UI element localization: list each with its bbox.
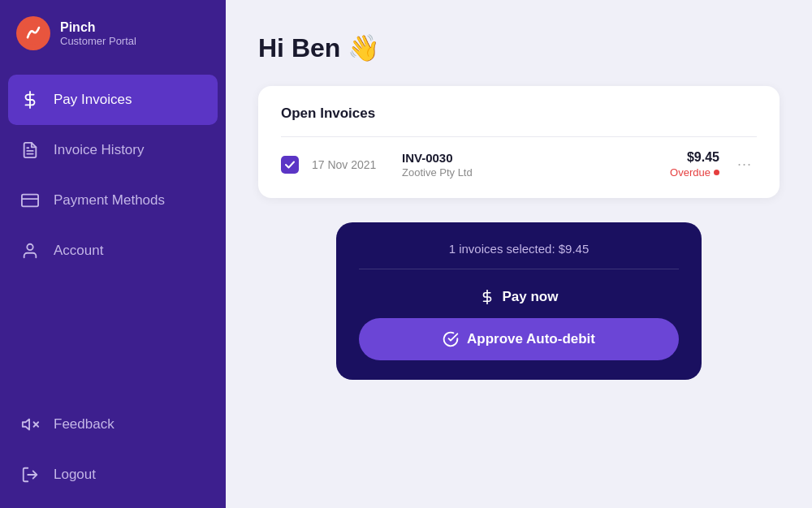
check-circle-icon <box>443 331 459 347</box>
svg-rect-4 <box>22 195 38 207</box>
invoice-info: INV-0030 Zootive Pty Ltd <box>402 151 657 179</box>
invoice-history-label: Invoice History <box>54 142 144 158</box>
invoice-company: Zootive Pty Ltd <box>402 166 657 179</box>
brand-name: Pinch <box>60 19 136 35</box>
greeting: Hi Ben 👋 <box>258 32 780 63</box>
invoice-status: Overdue <box>670 166 719 179</box>
logout-icon <box>19 464 41 485</box>
sidebar-item-payment-methods[interactable]: Payment Methods <box>0 175 226 226</box>
invoice-row: 17 Nov 2021 INV-0030 Zootive Pty Ltd $9.… <box>281 150 757 179</box>
invoice-id: INV-0030 <box>402 151 657 165</box>
dollar-icon <box>19 89 41 110</box>
pay-invoices-label: Pay Invoices <box>54 92 132 108</box>
feedback-icon <box>19 414 41 435</box>
pay-now-button[interactable]: Pay now <box>359 284 679 318</box>
approve-auto-debit-button[interactable]: Approve Auto-debit <box>359 318 679 360</box>
status-dot <box>714 170 719 175</box>
account-icon <box>19 240 41 261</box>
invoice-icon <box>19 140 41 161</box>
svg-point-6 <box>27 244 32 250</box>
invoice-checkbox[interactable] <box>281 156 299 174</box>
brand: Pinch Customer Portal <box>60 19 136 47</box>
invoice-date: 17 Nov 2021 <box>312 158 389 171</box>
payment-summary: 1 invoices selected: $9.45 <box>359 242 679 256</box>
overdue-label: Overdue <box>670 166 710 179</box>
account-label: Account <box>54 243 103 259</box>
approve-label: Approve Auto-debit <box>467 331 595 347</box>
svg-marker-7 <box>23 420 29 430</box>
dollar-sign-icon <box>480 290 495 304</box>
sidebar-item-logout[interactable]: Logout <box>0 450 226 500</box>
open-invoices-title: Open Invoices <box>281 105 757 122</box>
invoice-amount-col: $9.45 Overdue <box>670 150 719 179</box>
payment-methods-label: Payment Methods <box>54 192 165 209</box>
invoices-card: Open Invoices 17 Nov 2021 INV-0030 Zooti… <box>258 86 780 198</box>
logo-icon <box>16 16 50 50</box>
sidebar-header: Pinch Customer Portal <box>0 0 226 67</box>
logout-label: Logout <box>54 467 96 483</box>
sidebar-item-pay-invoices[interactable]: Pay Invoices <box>8 75 218 125</box>
sidebar-item-invoice-history[interactable]: Invoice History <box>0 125 226 175</box>
sidebar-item-account[interactable]: Account <box>0 226 226 276</box>
main-content: Hi Ben 👋 Open Invoices 17 Nov 2021 INV-0… <box>226 0 812 508</box>
more-options-button[interactable]: ··· <box>732 153 757 176</box>
pay-now-label: Pay now <box>503 289 559 305</box>
payment-panel: 1 invoices selected: $9.45 Pay now Appro… <box>336 222 702 380</box>
card-divider <box>281 136 757 137</box>
payment-divider <box>359 269 679 269</box>
card-icon <box>19 190 41 211</box>
svg-point-0 <box>22 22 45 45</box>
sidebar-nav: Pay Invoices Invoice History <box>0 67 226 508</box>
sidebar: Pinch Customer Portal Pay Invoices <box>0 0 226 508</box>
invoice-amount: $9.45 <box>670 150 719 165</box>
brand-subtitle: Customer Portal <box>60 35 136 47</box>
feedback-label: Feedback <box>54 416 114 433</box>
sidebar-item-feedback[interactable]: Feedback <box>0 399 226 450</box>
